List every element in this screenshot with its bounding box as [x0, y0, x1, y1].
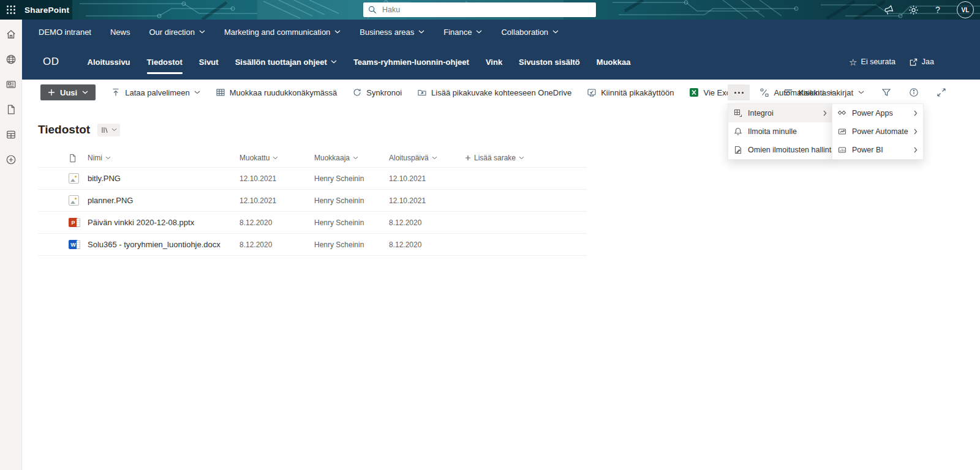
fullscreen-button[interactable] — [936, 87, 947, 98]
file-name-link[interactable]: planner.PNG — [88, 196, 239, 205]
share-icon — [909, 58, 918, 67]
pin-quick-access-label: Kiinnitä pikakäyttöön — [601, 88, 674, 97]
menu-item-label: Omien ilmoitusten hallinta — [748, 146, 835, 154]
new-button[interactable]: Uusi — [40, 84, 96, 100]
chevron-down-icon — [353, 156, 358, 160]
site-nav-tab[interactable]: Tiedostot — [147, 54, 183, 70]
more-options-button[interactable] — [728, 84, 750, 100]
news-icon[interactable] — [5, 78, 17, 90]
site-nav-tab[interactable]: Teams-ryhmien-luonnin-ohjeet — [353, 54, 469, 70]
site-nav-tab[interactable]: Muokkaa — [597, 54, 631, 70]
share-button[interactable]: Jaa — [909, 58, 934, 67]
file-type-column-header[interactable] — [69, 154, 88, 163]
edit-grid-view-label: Muokkaa ruudukkonäkymässä — [230, 88, 337, 97]
column-header-modified-by-label: Muokkaaja — [314, 154, 350, 162]
hub-nav-item-label: Finance — [443, 28, 472, 37]
search-input[interactable] — [381, 5, 591, 15]
add-column-button[interactable]: Lisää sarake — [465, 154, 587, 162]
new-button-label: Uusi — [60, 88, 77, 97]
modified-by-person[interactable]: Henry Scheinin — [314, 218, 389, 227]
add-shortcut-onedrive-button[interactable]: Lisää pikakuvake kohteeseen OneDrive — [417, 88, 571, 97]
hub-nav-item[interactable]: Our direction — [149, 28, 205, 37]
column-header-name[interactable]: Nimi — [88, 154, 239, 162]
column-header-modified[interactable]: Muokattu — [239, 154, 314, 162]
app-launcher-button[interactable] — [0, 0, 22, 20]
info-button[interactable] — [908, 87, 919, 98]
add-icon[interactable] — [5, 154, 17, 165]
column-header-modified-label: Muokattu — [239, 154, 270, 162]
hub-navigation: DEMO intranet News Our direction Marketi… — [22, 20, 980, 44]
menu-item-alert-me[interactable]: Ilmoita minulle — [728, 122, 832, 141]
site-nav-tab[interactable]: Sivut — [199, 54, 219, 70]
table-row[interactable]: P Päivän vinkki 2020-12-08.pptx 8.12.202… — [38, 212, 587, 234]
hub-nav-item[interactable]: DEMO intranet — [39, 28, 91, 37]
table-row[interactable]: planner.PNG 12.10.2021 Henry Scheinin 12… — [38, 190, 587, 212]
document-icon[interactable] — [5, 103, 17, 115]
help-icon[interactable]: ? — [932, 4, 943, 15]
announcement-icon[interactable] — [883, 4, 894, 15]
file-name-link[interactable]: Solu365 - tyoryhmien_luontiohje.docx — [88, 240, 239, 249]
chevron-down-icon — [194, 91, 200, 94]
suite-bar-actions: ? VL — [883, 0, 974, 20]
column-header-start-date[interactable]: Aloituspäivä — [389, 154, 465, 162]
edit-grid-view-button[interactable]: Muokkaa ruudukkonäkymässä — [216, 88, 337, 97]
menu-item-label: Power Apps — [852, 109, 908, 118]
hub-nav-item[interactable]: News — [110, 28, 130, 37]
file-type-cell — [69, 195, 88, 206]
file-type-cell — [69, 173, 88, 184]
table-row[interactable]: bitly.PNG 12.10.2021 Henry Scheinin 12.1… — [38, 168, 587, 190]
menu-item-integrate[interactable]: Integroi — [728, 104, 832, 122]
modified-by-person[interactable]: Henry Scheinin — [314, 174, 389, 183]
share-label: Jaa — [922, 58, 934, 66]
library-icon[interactable] — [5, 129, 17, 140]
site-nav-tab[interactable]: Aloitussivu — [88, 54, 130, 70]
table-row[interactable]: W Solu365 - tyoryhmien_luontiohje.docx 8… — [38, 234, 587, 256]
pin-quick-access-button[interactable]: Kiinnitä pikakäyttöön — [587, 88, 674, 97]
menu-item-power-apps[interactable]: Power Apps — [832, 104, 923, 122]
view-selector-button[interactable]: Kaikki asiakirjat — [783, 88, 864, 97]
account-avatar[interactable]: VL — [957, 1, 974, 18]
file-type-icon — [69, 173, 79, 184]
dot — [738, 92, 740, 94]
site-nav-tab-label: Tiedostot — [147, 58, 183, 67]
hub-nav-item[interactable]: Collaboration — [501, 28, 559, 37]
chevron-right-icon — [914, 110, 918, 116]
chevron-right-icon — [823, 110, 827, 116]
column-header-modified-by[interactable]: Muokkaaja — [314, 154, 389, 162]
plus-icon — [48, 89, 55, 96]
upload-button[interactable]: Lataa palvelimeen — [111, 88, 200, 97]
site-logo[interactable]: OD — [43, 56, 59, 68]
site-header-actions: ☆ Ei seurata Jaa — [849, 44, 934, 80]
settings-gear-icon[interactable] — [908, 4, 919, 15]
library-view-toggle[interactable] — [97, 124, 120, 136]
hub-nav-item-label: Marketing and communication — [224, 28, 330, 37]
home-icon[interactable] — [5, 28, 17, 40]
site-nav-tab[interactable]: Sivuston sisältö — [519, 54, 580, 70]
modified-by-person[interactable]: Henry Scheinin — [314, 196, 389, 205]
filter-button[interactable] — [881, 87, 892, 98]
site-nav-tab-label: Aloitussivu — [88, 58, 130, 67]
hub-nav-item[interactable]: Business areas — [360, 28, 424, 37]
file-name-link[interactable]: bitly.PNG — [88, 174, 239, 183]
modified-by-person[interactable]: Henry Scheinin — [314, 241, 389, 249]
follow-button[interactable]: ☆ Ei seurata — [849, 58, 895, 67]
file-type-letter: P — [71, 220, 75, 226]
sync-button[interactable]: Synkronoi — [352, 88, 402, 97]
globe-icon[interactable] — [5, 53, 17, 65]
expand-icon — [937, 88, 946, 97]
start-date: 12.10.2021 — [389, 174, 465, 183]
menu-item-manage-alerts[interactable]: Omien ilmoitusten hallinta — [728, 141, 832, 159]
sharepoint-logo[interactable]: SharePoint — [24, 0, 69, 20]
search-box[interactable] — [363, 2, 596, 17]
site-nav-tab[interactable]: Vink — [486, 54, 502, 70]
menu-item-power-bi[interactable]: Power BI — [832, 141, 923, 159]
hub-nav-item[interactable]: Finance — [443, 28, 482, 37]
upload-label: Lataa palvelimeen — [125, 88, 190, 97]
site-nav-tab[interactable]: Sisällön tuottajan ohjeet — [235, 54, 337, 70]
folder-shortcut-icon — [417, 88, 427, 97]
chevron-down-icon — [552, 30, 559, 34]
menu-item-power-automate[interactable]: Power Automate — [832, 122, 923, 141]
hub-nav-item[interactable]: Marketing and communication — [224, 28, 341, 37]
waffle-icon — [6, 5, 16, 15]
file-name-link[interactable]: Päivän vinkki 2020-12-08.pptx — [88, 218, 239, 227]
